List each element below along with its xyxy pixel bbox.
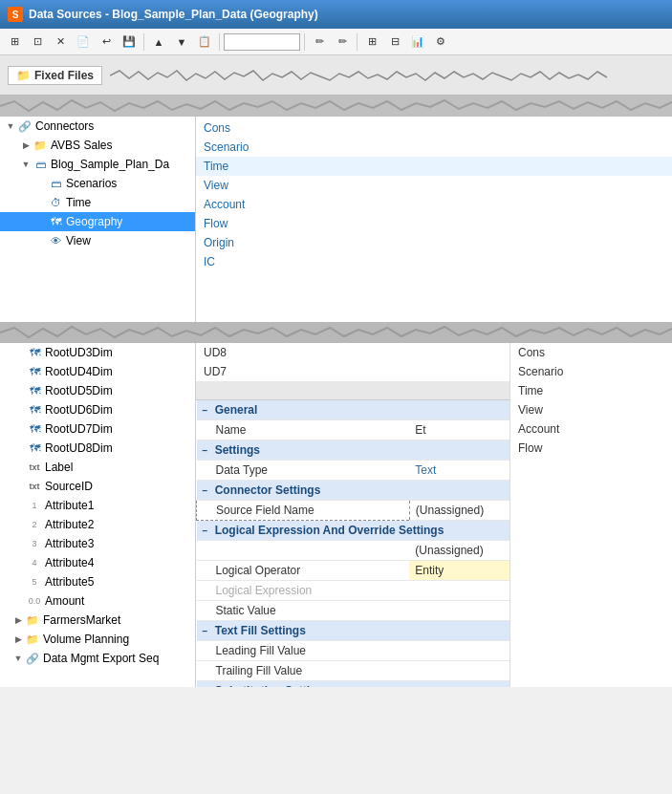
tree-item-time[interactable]: ▶ ⏱ Time (0, 193, 195, 212)
tree-item-rootud6[interactable]: 🗺 RootUD6Dim (0, 400, 195, 419)
collapse-connector-icon[interactable]: − (203, 485, 208, 496)
trailingfill-prop-value[interactable] (409, 661, 509, 681)
dropdown-item-time[interactable]: Time (196, 157, 672, 176)
expand-farmersmarket[interactable]: ▶ (11, 613, 25, 627)
value-item-account[interactable]: Account (510, 419, 672, 439)
collapse-textfill-icon[interactable]: − (203, 626, 208, 636)
time-label: Time (66, 196, 91, 209)
tree-item-attr4[interactable]: 4 Attribute4 (0, 553, 195, 572)
sourcefield-prop-value[interactable]: (Unassigned) (409, 501, 509, 521)
tree-item-datamgmt[interactable]: ▼ 🔗 Data Mgmt Export Seq (0, 649, 195, 668)
tree-item-sourceid[interactable]: txt SourceID (0, 477, 195, 496)
toolbar-settings-btn[interactable]: ⚙ (430, 32, 451, 53)
toolbar-grid-btn[interactable]: ⊞ (4, 32, 25, 53)
dropdown-item-flow[interactable]: Flow (196, 214, 672, 233)
tree-item-connectors[interactable]: ▼ 🔗 Connectors (0, 117, 195, 136)
section-substitution: − Substitution Settings (197, 681, 510, 688)
tree-item-attr1[interactable]: 1 Attribute1 (0, 496, 195, 515)
attr1-label: Attribute1 (45, 499, 94, 512)
tree-item-attr2[interactable]: 2 Attribute2 (0, 515, 195, 534)
datatype-prop-value[interactable]: Text (409, 461, 509, 481)
avbs-folder-icon: 📁 (33, 138, 48, 153)
expand-volumeplanning[interactable]: ▶ (11, 633, 25, 646)
app-icon: S (8, 7, 23, 22)
tree-item-attr3[interactable]: 3 Attribute3 (0, 534, 195, 553)
collapse-logical-icon[interactable]: − (203, 526, 208, 536)
tree-item-rootud7[interactable]: 🗺 RootUD7Dim (0, 419, 195, 439)
tree-item-amount[interactable]: 0.0 Amount (0, 591, 195, 611)
name-prop-value[interactable]: Et (409, 420, 509, 440)
value-item-time[interactable]: Time (510, 381, 672, 400)
tree-item-volumeplanning[interactable]: ▶ 📁 Volume Planning (0, 630, 195, 649)
dropdown-item-ic[interactable]: IC (196, 252, 672, 271)
section-divider-top (0, 96, 672, 117)
farmersmarket-icon: 📁 (25, 612, 40, 628)
toolbar-grid2-btn[interactable]: ⊡ (27, 32, 48, 53)
dropdown-item-origin[interactable]: Origin (196, 233, 672, 252)
tree-item-geography[interactable]: ▶ 🗺 Geography (0, 212, 195, 231)
tree-item-rootud4[interactable]: 🗺 RootUD4Dim (0, 362, 195, 381)
value-scenario-text: Scenario (518, 365, 563, 378)
value-item-cons[interactable]: Cons (510, 343, 672, 362)
tree-item-rootud3[interactable]: 🗺 RootUD3Dim (0, 343, 195, 362)
toolbar-search-input[interactable] (224, 33, 300, 51)
amount-label: Amount (45, 594, 84, 608)
toolbar-save-btn[interactable]: 💾 (119, 32, 140, 53)
staticvalue-prop-value[interactable] (409, 601, 509, 621)
expand-datamgmt[interactable]: ▼ (11, 652, 25, 665)
section-settings: − Settings (197, 440, 510, 461)
tree-item-farmersmarket[interactable]: ▶ 📁 FarmersMarket (0, 611, 195, 630)
section-textfill: − Text Fill Settings (197, 621, 510, 641)
tree-item-attr5[interactable]: 5 Attribute5 (0, 572, 195, 591)
expand-blog[interactable]: ▼ (19, 158, 33, 171)
fixed-files-label[interactable]: 📁 Fixed Files (8, 66, 102, 85)
tree-item-rootud8[interactable]: 🗺 RootUD8Dim (0, 439, 195, 458)
blog-table-icon: 🗃 (33, 157, 48, 172)
collapse-settings-icon[interactable]: − (203, 445, 208, 456)
ud8-item[interactable]: UD8 (196, 343, 509, 362)
toolbar-undo-btn[interactable]: ↩ (96, 32, 117, 53)
main-layout: ▼ 🔗 Connectors ▶ 📁 AVBS Sales ▼ 🗃 Blog_S… (0, 117, 672, 322)
dropdown-item-account[interactable]: Account (196, 195, 672, 214)
value-view-text: View (518, 403, 543, 417)
toolbar-new-btn[interactable]: 📄 (73, 32, 94, 53)
general-label: General (215, 403, 258, 417)
tree-item-scenarios[interactable]: ▶ 🗃 Scenarios (0, 174, 195, 193)
tree-item-avbs[interactable]: ▶ 📁 AVBS Sales (0, 136, 195, 155)
ud7-item[interactable]: UD7 (196, 362, 509, 381)
prop-sourcefield-row: Source Field Name (Unassigned) (197, 501, 510, 521)
toolbar-minus-btn[interactable]: ⊟ (384, 32, 405, 53)
time-icon: ⏱ (48, 195, 63, 210)
dropdown-item-view[interactable]: View (196, 176, 672, 195)
logicalexpr-prop-value[interactable] (409, 581, 509, 601)
toolbar-copy-btn[interactable]: 📋 (194, 32, 215, 53)
toolbar-table-btn[interactable]: ⊞ (361, 32, 382, 53)
tree-item-blog[interactable]: ▼ 🗃 Blog_Sample_Plan_Da (0, 155, 195, 174)
dropdown-cons-text: Cons (204, 121, 230, 135)
toolbar-down-btn[interactable]: ▼ (171, 32, 192, 53)
toolbar-edit-btn[interactable]: ✏ (309, 32, 330, 53)
tree-item-view[interactable]: ▶ 👁 View (0, 231, 195, 250)
toolbar-edit2-btn[interactable]: ✏ (332, 32, 353, 53)
toolbar-close-btn[interactable]: ✕ (50, 32, 71, 53)
substitution-label: Substitution Settings (215, 684, 331, 687)
toolbar-chart-btn[interactable]: 📊 (407, 32, 428, 53)
section-noise-top (0, 96, 672, 117)
collapse-substitution-icon[interactable]: − (203, 686, 208, 687)
staticvalue-prop-label: Static Value (197, 601, 410, 621)
dropdown-item-scenario[interactable]: Scenario (196, 138, 672, 157)
dropdown-item-cons[interactable]: Cons (196, 118, 672, 138)
value-item-view[interactable]: View (510, 400, 672, 419)
tree-item-label[interactable]: txt Label (0, 458, 195, 477)
value-cons-text: Cons (518, 346, 545, 359)
value-item-flow[interactable]: Flow (510, 439, 672, 458)
logicaloperator-prop-value[interactable]: Entity (409, 561, 509, 581)
collapse-general-icon[interactable]: − (203, 405, 208, 416)
leadingfill-prop-value[interactable] (409, 641, 509, 661)
toolbar-sep2 (219, 33, 220, 51)
value-item-scenario[interactable]: Scenario (510, 362, 672, 381)
toolbar-up-btn[interactable]: ▲ (148, 32, 169, 53)
expand-avbs[interactable]: ▶ (19, 139, 33, 152)
tree-item-rootud5[interactable]: 🗺 RootUD5Dim (0, 381, 195, 400)
expand-connectors[interactable]: ▼ (4, 119, 17, 133)
